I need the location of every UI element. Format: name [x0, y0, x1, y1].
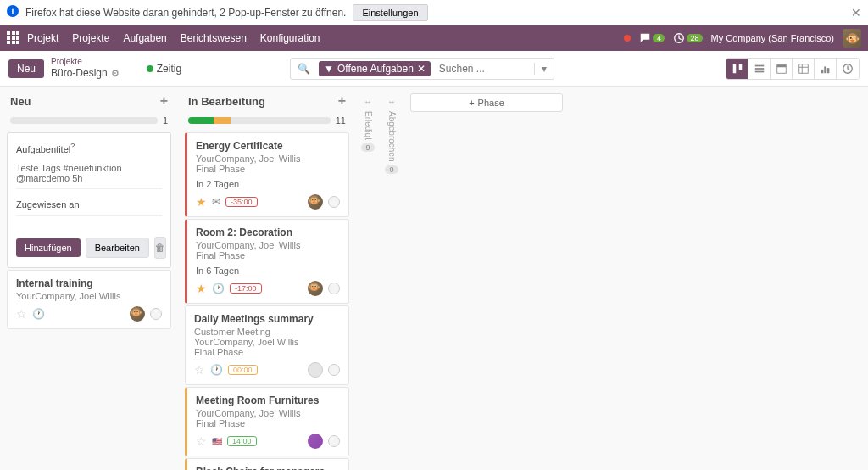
gear-icon[interactable]: ⚙ [111, 68, 120, 79]
add-card-icon[interactable]: + [338, 93, 346, 109]
star-icon[interactable]: ★ [196, 282, 207, 295]
activity-icon[interactable]: 28 [673, 32, 702, 44]
nav-item-projekte[interactable]: Projekte [72, 32, 109, 44]
popup-notification: i Firefox hat diese Website daran gehind… [0, 0, 868, 25]
card-phase: Final Phase [194, 347, 340, 357]
trash-icon[interactable]: 🗑 [154, 237, 166, 259]
add-card-icon[interactable]: + [160, 93, 168, 109]
apps-icon[interactable] [7, 31, 20, 45]
search-dropdown-icon[interactable]: ▾ [534, 63, 554, 75]
column-erledigt-collapsed[interactable]: ↔ Erledigt 9 [356, 87, 380, 470]
new-button[interactable]: Neu [8, 59, 44, 78]
flag-icon[interactable]: 🇺🇸 [212, 437, 222, 446]
expand-icon[interactable]: ↔ [387, 97, 396, 106]
form-assign-label: Zugewiesen an [16, 199, 162, 210]
time-pill: -35:00 [225, 197, 258, 207]
filter-close-icon[interactable]: ✕ [417, 63, 426, 75]
close-icon[interactable]: ✕ [851, 6, 861, 20]
time-pill: 00:00 [228, 365, 258, 375]
timely-dot-icon [147, 65, 153, 72]
svg-rect-5 [754, 64, 764, 66]
column-title[interactable]: Neu [10, 95, 31, 108]
status-dot[interactable] [328, 196, 340, 208]
time-pill: 14:00 [227, 436, 257, 446]
card-avatar[interactable] [308, 362, 323, 378]
svg-rect-7 [754, 70, 764, 72]
card-avatar[interactable]: 🐵 [308, 281, 323, 296]
task-card[interactable]: Internal training YourCompany, Joel Will… [7, 270, 171, 329]
search-bar: 🔍 ▼ Offene Aufgaben ✕ ▾ [290, 58, 554, 80]
card-due: In 2 Tagen [196, 179, 340, 189]
card-avatar[interactable] [308, 434, 323, 449]
timely-label: Zeitig [157, 63, 181, 75]
add-button[interactable]: Hinzufügen [16, 238, 81, 257]
card-subtitle: YourCompany, Joel Willis [16, 291, 162, 301]
task-card[interactable]: Black Chairs for managers YourCompany, J… [185, 458, 349, 470]
card-due: In 6 Tagen [196, 266, 340, 276]
view-calendar-icon[interactable] [771, 59, 793, 79]
card-subtitle: YourCompany, Joel Willis [196, 408, 340, 418]
view-activity-icon[interactable] [837, 59, 859, 79]
info-icon: i [7, 5, 19, 20]
nav-item-aufgaben[interactable]: Aufgaben [123, 32, 166, 44]
card-avatar[interactable]: 🐵 [308, 194, 323, 210]
card-subtitle: YourCompany, Joel Willis [196, 154, 340, 164]
column-title[interactable]: In Bearbeitung [188, 95, 265, 108]
task-card[interactable]: Room 2: Decoration YourCompany, Joel Wil… [185, 219, 349, 304]
add-phase-button[interactable]: + Phase [410, 93, 563, 112]
card-avatar[interactable]: 🐵 [130, 306, 145, 322]
top-nav: Projekt Projekte Aufgaben Berichtswesen … [0, 25, 868, 51]
search-input[interactable] [432, 63, 534, 75]
status-dot[interactable] [328, 283, 340, 294]
star-icon[interactable]: ☆ [194, 363, 205, 377]
card-title: Internal training [16, 277, 162, 289]
svg-text:i: i [12, 6, 14, 16]
view-graph-icon[interactable] [815, 59, 837, 79]
breadcrumb-parent[interactable]: Projekte [51, 57, 120, 67]
star-icon[interactable]: ★ [196, 195, 207, 209]
column-abgebrochen-collapsed[interactable]: ↔ Abgebrochen 0 [380, 87, 403, 470]
edit-button[interactable]: Bearbeiten [86, 238, 149, 258]
clock-icon[interactable]: 🕐 [32, 308, 45, 320]
status-dot[interactable] [328, 435, 340, 447]
view-pivot-icon[interactable] [793, 59, 815, 79]
time-pill: -17:00 [230, 283, 262, 294]
record-indicator [624, 35, 631, 42]
task-card[interactable]: Meeting Room Furnitures YourCompany, Joe… [185, 387, 349, 456]
view-list-icon[interactable] [748, 59, 771, 79]
nav-title: Projekt [27, 32, 58, 44]
filter-tag: ▼ Offene Aufgaben ✕ [319, 61, 431, 76]
view-kanban-icon[interactable] [726, 59, 748, 79]
card-title: Energy Certificate [196, 140, 340, 152]
star-icon[interactable]: ☆ [16, 307, 27, 321]
company-name[interactable]: My Company (San Francisco) [711, 33, 835, 43]
status-dot[interactable] [328, 364, 340, 376]
svg-rect-15 [826, 68, 829, 73]
timely-badge[interactable]: Zeitig [147, 63, 181, 75]
card-subtitle: YourCompany, Joel Willis [194, 337, 340, 347]
svg-rect-10 [798, 64, 808, 73]
column-title: Abgebrochen [387, 111, 397, 162]
toolbar: Neu Projekte Büro-Design ⚙ Zeitig 🔍 ▼ Of… [0, 51, 868, 87]
status-dot[interactable] [150, 308, 162, 320]
task-create-form: Aufgabentitel? Teste Tags #neuefunktion … [7, 132, 171, 268]
mail-icon[interactable]: ✉ [212, 196, 220, 208]
task-title-input[interactable]: Teste Tags #neuefunktion @marcdemo 5h [16, 158, 162, 189]
task-card[interactable]: Energy Certificate YourCompany, Joel Wil… [185, 132, 349, 217]
nav-item-berichtswesen[interactable]: Berichtswesen [181, 32, 247, 44]
nav-item-konfiguration[interactable]: Konfiguration [260, 32, 320, 44]
chat-icon[interactable]: 4 [639, 32, 665, 44]
nav-menu: Projekte Aufgaben Berichtswesen Konfigur… [72, 32, 320, 44]
task-card[interactable]: Daily Meetings summary Customer Meeting … [185, 305, 349, 385]
clock-icon[interactable]: 🕐 [210, 364, 223, 376]
card-phase: Final Phase [196, 250, 340, 260]
column-count: 0 [385, 165, 398, 174]
settings-button[interactable]: Einstellungen [353, 4, 427, 21]
card-title: Meeting Room Furnitures [196, 394, 340, 406]
star-icon[interactable]: ☆ [196, 434, 207, 448]
expand-icon[interactable]: ↔ [364, 97, 372, 106]
form-title-label: Aufgabentitel? [16, 142, 162, 154]
user-avatar[interactable]: 🐵 [843, 29, 861, 48]
search-icon[interactable]: 🔍 [291, 63, 317, 75]
clock-icon[interactable]: 🕐 [212, 283, 225, 294]
